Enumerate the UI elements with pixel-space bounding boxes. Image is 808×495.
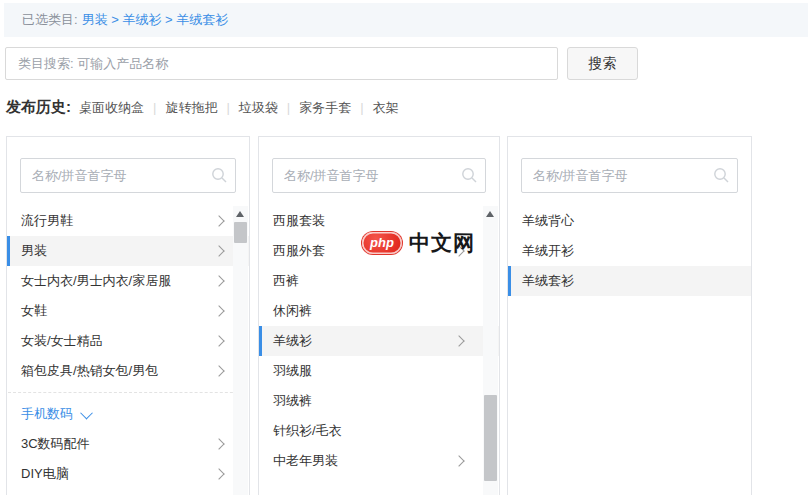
chevron-right-icon: [213, 275, 224, 286]
category-item-西裤[interactable]: 西裤: [259, 266, 499, 296]
php-logo-icon: php: [362, 232, 402, 254]
scrollbar-thumb[interactable]: [484, 395, 497, 481]
selected-category-label: 已选类目:: [22, 11, 78, 29]
category-item-女鞋[interactable]: 女鞋: [7, 296, 249, 326]
filter-input-level-2[interactable]: [272, 158, 486, 193]
category-item-label: 女士内衣/男士内衣/家居服: [21, 272, 171, 290]
category-search-input[interactable]: [5, 47, 558, 80]
category-item-男装[interactable]: 男装: [7, 236, 249, 266]
category-picker-page: 已选类目: 男装 > 羊绒衫 > 羊绒套衫 搜索 发布历史: 桌面收纳盒|旋转拖…: [0, 0, 808, 495]
category-item-label: 箱包皮具/热销女包/男包: [21, 362, 158, 380]
chevron-down-icon: [80, 406, 93, 419]
category-item-羽绒裤[interactable]: 羽绒裤: [259, 386, 499, 416]
category-item-label: 西服外套: [273, 242, 325, 260]
category-item-label: 休闲裤: [273, 302, 312, 320]
category-item-label: 针织衫/毛衣: [273, 422, 342, 440]
filter-input-level-3[interactable]: [521, 158, 738, 193]
history-link[interactable]: 衣架: [373, 100, 399, 115]
chevron-right-icon: [213, 305, 224, 316]
scrollbar-level-1[interactable]: [233, 206, 248, 495]
filter-input-level-1[interactable]: [20, 158, 236, 193]
category-item-label: DIY电脑: [21, 465, 69, 483]
chevron-right-icon: [213, 335, 224, 346]
history-link[interactable]: 垃圾袋: [239, 100, 278, 115]
category-item-label: 西裤: [273, 272, 299, 290]
scrollbar-level-2[interactable]: [483, 206, 498, 495]
category-item-label: 女鞋: [21, 302, 47, 320]
publish-history-links: 桌面收纳盒|旋转拖把|垃圾袋|家务手套|衣架: [79, 99, 399, 117]
panel-filter: [20, 158, 236, 193]
category-item-label: 羊绒开衫: [522, 242, 574, 260]
category-item-label: 手机数码: [21, 405, 73, 423]
list-divider: [7, 386, 249, 399]
category-item-label: 流行男鞋: [21, 212, 73, 230]
scrollbar-thumb[interactable]: [234, 222, 247, 243]
category-item-label: 男装: [21, 242, 47, 260]
category-list-level-3: 羊绒背心羊绒开衫羊绒套衫: [508, 206, 751, 296]
panel-filter: [521, 158, 738, 193]
history-separator: |: [217, 100, 238, 115]
category-item-label: 羽绒服: [273, 362, 312, 380]
category-item-羊绒开衫[interactable]: 羊绒开衫: [508, 236, 751, 266]
category-item-女装/女士精品[interactable]: 女装/女士精品: [7, 326, 249, 356]
category-item-中老年男装[interactable]: 中老年男装: [259, 446, 499, 476]
category-item-羊绒套衫[interactable]: 羊绒套衫: [508, 266, 751, 296]
category-item-流行男鞋[interactable]: 流行男鞋: [7, 206, 249, 236]
category-panel-level-1: 流行男鞋男装女士内衣/男士内衣/家居服女鞋女装/女士精品箱包皮具/热销女包/男包…: [6, 136, 250, 495]
chevron-right-icon: [453, 335, 464, 346]
triangle-up-icon[interactable]: [486, 211, 494, 217]
chevron-right-icon: [213, 365, 224, 376]
selected-category-bar: 已选类目: 男装 > 羊绒衫 > 羊绒套衫: [4, 3, 808, 37]
category-item-label: 羊绒衫: [273, 332, 312, 350]
category-panel-level-2: 西服套装西服外套西裤休闲裤羊绒衫羽绒服羽绒裤针织衫/毛衣中老年男装: [258, 136, 500, 495]
category-item-针织衫/毛衣[interactable]: 针织衫/毛衣: [259, 416, 499, 446]
chevron-right-icon: [453, 455, 464, 466]
category-item-label: 中老年男装: [273, 452, 338, 470]
php-watermark: php 中文网: [362, 229, 475, 257]
category-item-箱包皮具/热销女包/男包[interactable]: 箱包皮具/热销女包/男包: [7, 356, 249, 386]
category-item-label: 女装/女士精品: [21, 332, 103, 350]
category-item-羽绒服[interactable]: 羽绒服: [259, 356, 499, 386]
chevron-right-icon: [213, 468, 224, 479]
category-panel-level-3: 羊绒背心羊绒开衫羊绒套衫: [507, 136, 752, 495]
category-item-女士内衣/男士内衣/家居服[interactable]: 女士内衣/男士内衣/家居服: [7, 266, 249, 296]
category-item-休闲裤[interactable]: 休闲裤: [259, 296, 499, 326]
category-list-level-1: 流行男鞋男装女士内衣/男士内衣/家居服女鞋女装/女士精品箱包皮具/热销女包/男包…: [7, 206, 249, 489]
history-link[interactable]: 桌面收纳盒: [79, 100, 144, 115]
category-item-羊绒衫[interactable]: 羊绒衫: [259, 326, 499, 356]
category-item-label: 3C数码配件: [21, 435, 90, 453]
triangle-up-icon[interactable]: [236, 211, 244, 217]
history-separator: |: [144, 100, 165, 115]
publish-history: 发布历史: 桌面收纳盒|旋转拖把|垃圾袋|家务手套|衣架: [6, 98, 399, 117]
publish-history-label: 发布历史:: [6, 98, 71, 117]
category-item-label: 羊绒套衫: [522, 272, 574, 290]
category-item-DIY电脑[interactable]: DIY电脑: [7, 459, 249, 489]
history-separator: |: [278, 100, 299, 115]
search-button[interactable]: 搜索: [567, 47, 638, 80]
category-group-手机数码[interactable]: 手机数码: [7, 399, 249, 429]
chevron-right-icon: [213, 438, 224, 449]
category-item-label: 羽绒裤: [273, 392, 312, 410]
history-separator: |: [351, 100, 372, 115]
panel-filter: [272, 158, 486, 193]
breadcrumb[interactable]: 男装 > 羊绒衫 > 羊绒套衫: [82, 11, 229, 29]
category-item-label: 西服套装: [273, 212, 325, 230]
category-item-羊绒背心[interactable]: 羊绒背心: [508, 206, 751, 236]
category-item-label: 羊绒背心: [522, 212, 574, 230]
history-link[interactable]: 家务手套: [299, 100, 351, 115]
category-item-3C数码配件[interactable]: 3C数码配件: [7, 429, 249, 459]
watermark-text: 中文网: [409, 229, 475, 257]
chevron-right-icon: [213, 245, 224, 256]
chevron-right-icon: [213, 215, 224, 226]
history-link[interactable]: 旋转拖把: [165, 100, 217, 115]
